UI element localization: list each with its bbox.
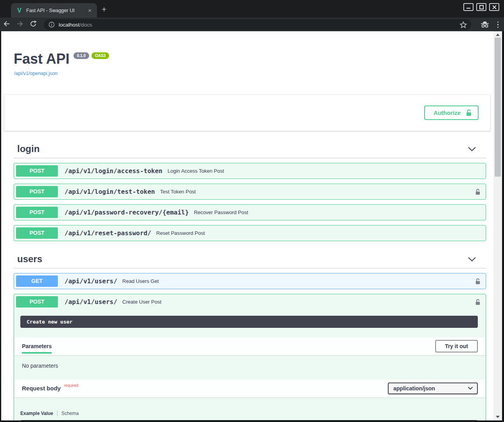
op-login-access-token: POST /api/v1/login/access-token Login Ac… [14, 163, 486, 179]
chevron-down-icon [468, 147, 476, 152]
request-body-title: Request body [22, 385, 61, 392]
op-summary[interactable]: POST /api/v1/password-recovery/{email} R… [14, 205, 486, 220]
media-type-select[interactable]: application/json [388, 383, 478, 394]
site-favicon-icon: V [16, 7, 23, 14]
browser-toolbar: localhost/docs [0, 18, 504, 31]
op-password-recovery: POST /api/v1/password-recovery/{email} R… [14, 204, 486, 220]
page-scrollbar[interactable] [493, 31, 502, 420]
op-body: Create new user Parameters Try it out No… [14, 309, 486, 420]
method-badge: POST [16, 296, 58, 308]
unlocked-padlock-icon [475, 278, 481, 285]
browser-tab[interactable]: V Fast API - Swagger UI × [11, 3, 97, 18]
example-code-block[interactable]: { [20, 420, 478, 420]
unlocked-padlock-icon [465, 109, 472, 116]
tab-title: Fast API - Swagger UI [26, 8, 86, 13]
op-path: /api/v1/reset-password/ [65, 229, 151, 237]
back-arrow-icon [3, 20, 11, 27]
reload-icon [29, 20, 37, 28]
no-parameters-text: No parameters [14, 355, 486, 379]
window-titlebar: V Fast API - Swagger UI × + [0, 0, 504, 18]
browser-menu-button[interactable] [495, 21, 501, 28]
auth-lock-button[interactable] [475, 188, 481, 195]
new-tab-button[interactable]: + [102, 5, 106, 14]
method-badge: POST [16, 165, 58, 177]
chevron-down-icon [468, 257, 476, 262]
op-description: Test Token Post [160, 189, 196, 195]
example-value-tab[interactable]: Example Value [20, 411, 53, 416]
tab-close-icon[interactable]: × [86, 7, 93, 14]
section-users-header[interactable]: users [14, 251, 486, 268]
openapi-spec-link[interactable]: /api/v1/openapi.json [14, 71, 57, 76]
close-icon [492, 5, 497, 9]
method-badge: POST [16, 227, 58, 239]
scroll-down-arrow-icon[interactable] [496, 416, 500, 418]
method-badge: POST [16, 207, 58, 218]
bookmark-star-icon[interactable] [459, 21, 467, 29]
auth-lock-button[interactable] [475, 278, 481, 285]
op-description: Create User Post [122, 299, 161, 305]
parameters-header: Parameters Try it out [14, 337, 486, 355]
page-title: Fast API [14, 51, 70, 67]
op-description: Reset Password Post [156, 230, 205, 236]
op-summary[interactable]: GET /api/v1/users/ Read Users Get [14, 274, 486, 289]
scroll-up-arrow-icon[interactable] [496, 34, 500, 36]
media-type-select-wrap: application/json [388, 383, 478, 394]
op-summary[interactable]: POST /api/v1/login/test-token Test Token… [14, 184, 486, 199]
op-description: Login Access Token Post [167, 168, 224, 174]
unlocked-padlock-icon [475, 188, 481, 195]
forward-button[interactable] [13, 20, 27, 29]
version-badge: 0.1.0 [74, 52, 89, 59]
op-path: /api/v1/users/ [65, 298, 117, 306]
schema-tab[interactable]: Schema [61, 411, 79, 416]
section-users: users GET /api/v1/users/ Read Users Get … [14, 251, 486, 420]
api-info: Fast API 0.1.0 OAS3 /api/v1/openapi.json [14, 51, 493, 77]
minimize-icon [466, 5, 471, 9]
forward-arrow-icon [16, 20, 24, 27]
auth-lock-button[interactable] [475, 299, 481, 306]
tab-divider [57, 411, 57, 416]
parameters-tab[interactable]: Parameters [22, 339, 52, 354]
page-info-icon[interactable] [48, 21, 55, 28]
op-description: Read Users Get [122, 278, 159, 284]
op-path: /api/v1/users/ [65, 277, 117, 285]
section-title: login [17, 143, 39, 154]
op-path: /api/v1/password-recovery/{email} [65, 209, 189, 216]
reload-button[interactable] [27, 20, 40, 29]
method-badge: GET [16, 275, 58, 287]
scrollbar-thumb[interactable] [495, 38, 501, 177]
op-path: /api/v1/login/access-token [65, 167, 162, 175]
op-summary[interactable]: POST /api/v1/login/access-token Login Ac… [14, 163, 486, 179]
section-login: login POST /api/v1/login/access-token Lo… [14, 141, 486, 241]
close-button[interactable] [489, 3, 499, 11]
op-markdown-description: Create new user [20, 316, 478, 328]
maximize-icon [479, 5, 484, 9]
unlocked-padlock-icon [475, 299, 481, 306]
op-login-test-token: POST /api/v1/login/test-token Test Token… [14, 184, 486, 200]
page-viewport: Fast API 0.1.0 OAS3 /api/v1/openapi.json… [1, 31, 493, 420]
section-title: users [17, 254, 42, 265]
oas-badge: OAS3 [91, 52, 109, 59]
required-label: required [64, 383, 79, 388]
op-description: Recover Password Post [194, 209, 248, 215]
incognito-icon [480, 21, 490, 28]
url-bar[interactable]: localhost/docs [44, 19, 471, 30]
op-path: /api/v1/login/test-token [65, 188, 155, 195]
op-create-user: POST /api/v1/users/ Create User Post Cre… [14, 294, 486, 420]
minimize-button[interactable] [463, 3, 474, 11]
op-summary[interactable]: POST /api/v1/reset-password/ Reset Passw… [14, 225, 486, 241]
url-text: localhost/docs [59, 22, 92, 28]
back-button[interactable] [0, 20, 13, 29]
model-example-area: Example Value Schema { [14, 397, 486, 420]
maximize-button[interactable] [476, 3, 486, 11]
section-login-header[interactable]: login [14, 141, 486, 158]
method-badge: POST [16, 186, 58, 197]
op-summary[interactable]: POST /api/v1/users/ Create User Post [14, 294, 486, 309]
op-read-users: GET /api/v1/users/ Read Users Get [14, 273, 486, 289]
try-it-out-button[interactable]: Try it out [435, 340, 478, 352]
op-reset-password: POST /api/v1/reset-password/ Reset Passw… [14, 225, 486, 241]
authorize-button[interactable]: Authorize [424, 106, 479, 120]
request-body-header: Request body required application/json [14, 379, 486, 397]
scheme-container: Authorize [4, 95, 490, 131]
